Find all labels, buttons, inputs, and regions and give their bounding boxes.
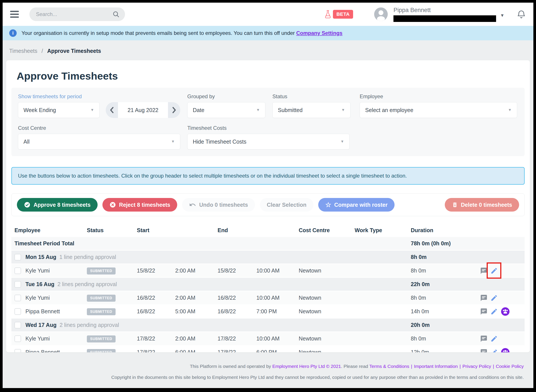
timesheet-row[interactable]: Kyle YumiSUBMITTED17/8/222:00 AM17/8/221… <box>11 331 525 345</box>
grouped-by-select[interactable]: Date▼ <box>187 102 265 118</box>
note-icon-wrap[interactable] <box>480 308 488 315</box>
search-input[interactable] <box>36 11 112 17</box>
edit-icon-wrap[interactable] <box>490 335 498 342</box>
team-icon-wrap[interactable] <box>501 307 510 316</box>
undo-button[interactable]: Undo 0 timesheets <box>182 198 255 212</box>
note-icon-wrap[interactable] <box>480 349 488 353</box>
row-checkbox[interactable] <box>14 336 21 342</box>
footer-link[interactable]: Privacy Policy <box>462 364 491 369</box>
cost-centre-select[interactable]: All▼ <box>18 134 180 149</box>
team-icon[interactable] <box>501 348 510 353</box>
employee-cell: Pippa Bennett <box>14 308 87 315</box>
team-icon-wrap[interactable] <box>501 348 510 353</box>
group-label: Wed 17 Aug2 lines pending approval <box>14 322 175 328</box>
note-icon[interactable] <box>480 349 488 353</box>
compare-with-roster-button[interactable]: ☆ Compare with roster <box>318 198 395 212</box>
delete-button[interactable]: Delete 0 timesheets <box>445 198 519 212</box>
status-select[interactable]: Submitted▼ <box>272 102 350 118</box>
chevron-down-icon: ▼ <box>171 140 175 144</box>
note-icon[interactable] <box>480 294 488 302</box>
note-icon-wrap[interactable] <box>480 267 488 275</box>
cost-centre: Newtown <box>299 267 355 274</box>
employee-label: Employee <box>360 93 517 99</box>
chevron-down-icon: ▼ <box>256 108 260 112</box>
group-date: Mon 15 Aug <box>25 254 56 260</box>
clear-selection-button[interactable]: Clear Selection <box>260 198 314 212</box>
employee-name: Pippa Bennett <box>25 308 60 315</box>
timesheet-row[interactable]: Pippa BennettSUBMITTED16/8/225:00 AM16/8… <box>11 304 525 318</box>
end-date: 16/8/22 <box>218 308 256 315</box>
note-icon[interactable] <box>480 335 488 342</box>
chevron-down-icon: ▼ <box>340 140 344 144</box>
row-checkbox[interactable] <box>14 267 21 274</box>
edit-icon[interactable] <box>490 335 498 342</box>
company-settings-link[interactable]: Company Settings <box>296 30 343 36</box>
row-checkbox[interactable] <box>14 295 21 301</box>
edit-icon[interactable] <box>490 308 498 315</box>
approve-timesheets-card: Approve Timesheets Show timesheets for p… <box>6 60 530 352</box>
end-time: 7:00 PM <box>256 308 299 315</box>
note-icon[interactable] <box>480 308 488 315</box>
cost-centre-label: Cost Centre <box>18 125 180 131</box>
end-date: 17/8/22 <box>218 349 256 352</box>
group-header-row[interactable]: Tue 16 Aug2 lines pending approval22h 0m <box>11 277 525 291</box>
employee-select[interactable]: Select an employee▼ <box>360 102 517 118</box>
row-checkbox[interactable] <box>14 349 21 353</box>
row-checkbox[interactable] <box>14 308 21 315</box>
row-actions <box>480 267 522 275</box>
edit-icon-wrap[interactable] <box>490 294 498 302</box>
notifications-bell-icon[interactable] <box>517 10 526 20</box>
footer-link[interactable]: Terms & Conditions <box>369 364 409 369</box>
edit-icon[interactable] <box>490 349 498 353</box>
start-date: 16/8/22 <box>137 308 175 315</box>
edit-icon-wrap[interactable] <box>490 308 498 315</box>
group-checkbox[interactable] <box>14 281 21 288</box>
employee-cell: Kyle Yumi <box>14 295 87 301</box>
group-label: Mon 15 Aug1 line pending approval <box>14 254 175 261</box>
header-status: Status <box>87 227 137 233</box>
note-icon-wrap[interactable] <box>480 294 488 302</box>
chevron-down-icon: ▼ <box>90 108 94 112</box>
edit-icon[interactable] <box>490 267 498 275</box>
note-icon[interactable] <box>480 267 488 275</box>
duration: 8h 0m <box>411 336 480 342</box>
edit-icon[interactable] <box>490 294 498 302</box>
group-checkbox[interactable] <box>14 322 21 328</box>
week-ending-date[interactable]: 21 Aug 2022 <box>118 102 168 118</box>
note-icon-wrap[interactable] <box>480 335 488 342</box>
breadcrumb-timesheets[interactable]: Timesheets <box>9 48 37 54</box>
footer-link[interactable]: Important Information <box>414 364 458 369</box>
employment-hero-link[interactable]: Employment Hero Pty Ltd © 2021 <box>272 364 341 369</box>
header-cost-centre: Cost Centre <box>299 227 355 233</box>
footer-link[interactable]: Cookie Policy <box>496 364 524 369</box>
team-icon[interactable] <box>501 307 510 316</box>
employee-cell: Pippa Bennett <box>14 349 87 353</box>
reject-button[interactable]: Reject 8 timesheets <box>102 198 177 212</box>
topbar: BETA Pippa Bennett ▼ <box>3 3 533 26</box>
search-box[interactable] <box>29 7 125 21</box>
group-header-row[interactable]: Wed 17 Aug2 lines pending approval20h 0m <box>11 318 525 331</box>
search-icon <box>112 10 120 18</box>
timesheet-row[interactable]: Kyle YumiSUBMITTED16/8/222:00 AM16/8/221… <box>11 291 525 304</box>
next-week-chevron-right-icon[interactable] <box>168 102 180 118</box>
timesheet-row[interactable]: Kyle YumiSUBMITTED15/8/222:00 AM15/8/221… <box>11 264 525 277</box>
date-navigator: 21 Aug 2022 <box>106 102 180 118</box>
group-header-row[interactable]: Mon 15 Aug1 line pending approval8h 0m <box>11 250 525 264</box>
prev-week-chevron-left-icon[interactable] <box>106 102 118 118</box>
cost-centre: Newtown <box>299 336 355 342</box>
group-checkbox[interactable] <box>14 254 21 261</box>
start-date: 17/8/22 <box>137 349 175 352</box>
menu-icon[interactable] <box>10 11 19 18</box>
edit-icon-wrap[interactable] <box>490 349 498 353</box>
star-icon: ☆ <box>325 201 331 208</box>
timesheet-row[interactable]: Pippa BennettSUBMITTED17/8/226:00 AM17/8… <box>11 345 525 352</box>
breadcrumb-separator: / <box>42 48 43 54</box>
approve-button[interactable]: Approve 8 timesheets <box>17 198 98 212</box>
beta-badge: BETA <box>333 10 353 19</box>
timesheet-costs-select[interactable]: Hide Timesheet Costs▼ <box>187 134 350 149</box>
group-date: Wed 17 Aug <box>25 322 56 328</box>
user-menu-chevron-down-icon[interactable]: ▼ <box>500 13 504 18</box>
avatar[interactable] <box>374 7 388 21</box>
edit-icon-wrap[interactable] <box>490 267 498 275</box>
period-type-select[interactable]: Week Ending▼ <box>18 102 99 118</box>
